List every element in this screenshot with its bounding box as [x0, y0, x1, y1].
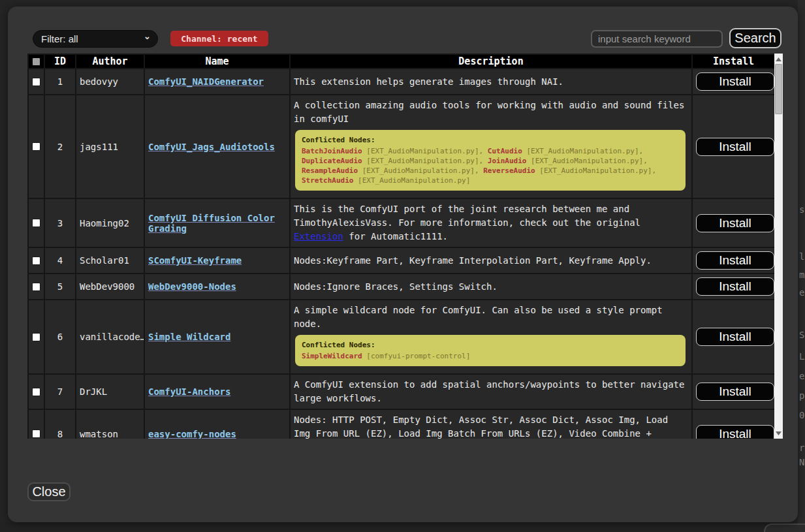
row-select-cell[interactable]	[28, 247, 44, 274]
scrollbar-up-icon[interactable]	[774, 54, 783, 64]
row-checkbox[interactable]	[32, 333, 40, 341]
background-page-edge: slmeSLep0rN	[798, 0, 805, 532]
row-name-cell: SComfyUI-Keyframe	[144, 247, 290, 274]
row-checkbox[interactable]	[32, 78, 40, 86]
extension-name-link[interactable]: ComfyUI_NAIDGenerator	[148, 76, 264, 87]
header-name: Name	[144, 54, 290, 69]
extension-name-link[interactable]: Simple Wildcard	[148, 332, 230, 342]
row-description: Nodes:Ignore Braces, Settings Switch.	[290, 274, 692, 300]
row-name-cell: ComfyUI_Jags_Audiotools	[144, 95, 290, 198]
row-checkbox[interactable]	[32, 219, 40, 227]
row-description: This is the ComfyUI port of the joint re…	[290, 198, 692, 247]
row-id: 2	[44, 95, 76, 198]
extension-name-link[interactable]: WebDev9000-Nodes	[148, 281, 236, 292]
scrollbar-down-icon[interactable]	[774, 428, 783, 438]
row-install-cell: Install	[692, 198, 774, 247]
row-description: This extension helps generate images thr…	[290, 69, 692, 95]
row-checkbox[interactable]	[32, 283, 40, 291]
table-row: 6vanillacode…Simple WildcardA simple wil…	[28, 300, 774, 374]
row-checkbox[interactable]	[32, 257, 40, 265]
conflicted-nodes-title: Conflicted Nodes:	[302, 340, 679, 350]
header-select-all[interactable]	[28, 54, 44, 69]
row-select-cell[interactable]	[28, 300, 44, 374]
row-install-cell: Install	[692, 274, 774, 300]
description-text: Nodes:Ignore Braces, Settings Switch.	[294, 280, 688, 294]
install-button[interactable]: Install	[696, 251, 774, 270]
table-row: 5WebDev9000WebDev9000-NodesNodes:Ignore …	[28, 274, 774, 300]
row-select-cell[interactable]	[28, 198, 44, 247]
extension-name-link[interactable]: ComfyUI-Anchors	[148, 386, 230, 397]
header-install: Install	[692, 54, 774, 69]
row-description: Nodes:Keyframe Part, Keyframe Interpolat…	[290, 247, 692, 274]
row-select-cell[interactable]	[28, 69, 44, 95]
row-name-cell: easy-comfy-nodes	[144, 409, 290, 439]
close-button[interactable]: Close	[27, 482, 71, 501]
custom-node-manager-dialog: Filter: all ⌄ Channel: recent Search ID …	[8, 7, 798, 522]
row-id: 7	[44, 374, 76, 409]
row-author: bedovyy	[76, 69, 144, 95]
description-text: Nodes: HTTP POST, Empty Dict, Assoc Str,…	[294, 413, 688, 439]
page-background-strip	[0, 522, 805, 532]
table-row: 4Scholar01SComfyUI-KeyframeNodes:Keyfram…	[28, 247, 774, 274]
search-input[interactable]	[591, 30, 723, 48]
row-author: Scholar01	[76, 247, 144, 274]
row-name-cell: ComfyUI-Anchors	[144, 374, 290, 409]
table-scrollbar[interactable]	[774, 54, 783, 439]
install-button[interactable]: Install	[696, 72, 774, 91]
channel-badge[interactable]: Channel: recent	[170, 31, 268, 46]
row-author: jags111	[76, 95, 144, 198]
install-button[interactable]: Install	[696, 425, 774, 439]
row-checkbox[interactable]	[32, 142, 40, 151]
conflict-node-name: SimpleWildcard	[302, 352, 362, 360]
row-install-cell: Install	[692, 374, 774, 409]
row-description: A ComfyUI extension to add spatial ancho…	[290, 374, 692, 409]
row-id: 8	[44, 409, 76, 439]
install-button[interactable]: Install	[696, 277, 774, 296]
background-text-fragment: s	[799, 204, 804, 215]
extensions-table: ID Author Name Description Install 1bedo…	[27, 54, 774, 439]
row-id: 1	[44, 69, 76, 95]
description-text: This extension helps generate images thr…	[294, 75, 688, 89]
background-text-fragment: l	[799, 251, 804, 262]
extension-name-link[interactable]: SComfyUI-Keyframe	[148, 255, 242, 266]
row-select-cell[interactable]	[28, 274, 44, 300]
install-button[interactable]: Install	[696, 383, 774, 401]
row-description: A collection amazing audio tools for wor…	[290, 95, 692, 198]
search-button[interactable]: Search	[729, 28, 781, 48]
select-all-checkbox[interactable]	[32, 57, 40, 66]
row-id: 6	[44, 300, 76, 374]
row-checkbox[interactable]	[32, 388, 40, 396]
header-author: Author	[76, 54, 144, 69]
row-install-cell: Install	[692, 95, 774, 198]
background-text-fragment: e	[799, 287, 804, 298]
description-inline-link[interactable]: Extension	[294, 231, 343, 242]
conflicted-nodes-title: Conflicted Nodes:	[302, 135, 679, 145]
background-text-fragment: 0	[799, 410, 804, 420]
table-header-row: ID Author Name Description Install	[28, 54, 774, 69]
extension-name-link[interactable]: ComfyUI Diffusion Color Grading	[148, 213, 275, 234]
install-button[interactable]: Install	[696, 328, 774, 346]
row-description: A simple wildcard node for ComfyUI. Can …	[290, 300, 692, 374]
extension-name-link[interactable]: easy-comfy-nodes	[148, 429, 236, 439]
conflict-node-name: ReverseAudio	[483, 166, 535, 175]
install-button[interactable]: Install	[696, 214, 774, 232]
row-author: wmatson	[76, 409, 144, 439]
row-author: Haoming02	[76, 198, 144, 247]
scrollbar-thumb[interactable]	[775, 64, 782, 114]
description-text: This is the ComfyUI port of the joint re…	[294, 202, 688, 243]
background-text-fragment: r	[799, 443, 804, 453]
conflict-node-name: BatchJoinAudio	[302, 147, 362, 155]
row-checkbox[interactable]	[32, 430, 40, 438]
row-select-cell[interactable]	[28, 95, 44, 198]
row-id: 4	[44, 247, 76, 274]
install-button[interactable]: Install	[696, 138, 774, 156]
description-text: A ComfyUI extension to add spatial ancho…	[294, 378, 688, 405]
extension-name-link[interactable]: ComfyUI_Jags_Audiotools	[148, 142, 275, 152]
conflicted-nodes-box: Conflicted Nodes:SimpleWildcard [comfyui…	[295, 335, 686, 366]
row-select-cell[interactable]	[28, 409, 44, 439]
row-author: DrJKL	[76, 374, 144, 409]
filter-select[interactable]: Filter: all	[33, 30, 158, 48]
row-select-cell[interactable]	[28, 374, 44, 409]
row-install-cell: Install	[692, 300, 774, 374]
conflicted-nodes-box: Conflicted Nodes:BatchJoinAudio [EXT_Aud…	[295, 130, 686, 191]
